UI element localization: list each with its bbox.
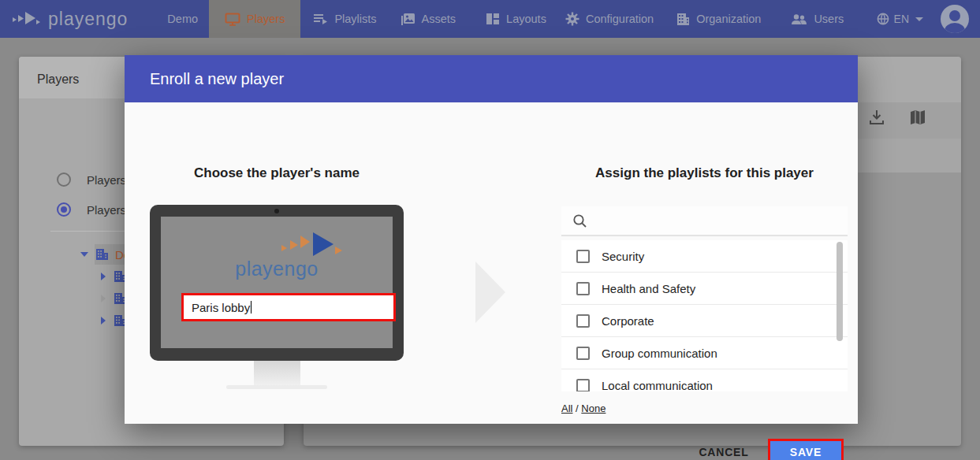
players-panel-title: Players: [37, 72, 79, 87]
org-node-icon: [95, 248, 109, 261]
monitor-screen: playengo Paris lobby: [161, 217, 393, 348]
arrow-right-graphic: [475, 262, 505, 323]
nav-item-label: Playlists: [334, 13, 376, 25]
nav-item-users[interactable]: Users: [791, 0, 844, 38]
playengo-logo-icon: [13, 9, 41, 28]
text-cursor: [251, 301, 252, 313]
dialog-title: Enroll a new player: [150, 70, 284, 88]
playlist-icon: [313, 13, 328, 25]
dialog-header: Enroll a new player: [125, 55, 858, 102]
language-selector[interactable]: EN: [877, 0, 923, 38]
select-separator: /: [576, 402, 579, 414]
users-icon: [791, 13, 807, 25]
nav-item-configuration[interactable]: Configuration: [565, 0, 654, 38]
assets-icon: [401, 13, 415, 26]
playlist-item[interactable]: Security: [561, 240, 848, 273]
map-icon[interactable]: [909, 109, 926, 126]
playlist-item[interactable]: Local communication: [561, 369, 848, 391]
playlist-label: Health and Safety: [602, 282, 695, 295]
gear-icon: [565, 12, 579, 26]
monitor-stand: [254, 361, 300, 385]
nav-item-label: Layouts: [506, 13, 546, 25]
playlist-item[interactable]: Corporate: [561, 305, 848, 337]
app-logo-text: playengo: [48, 9, 128, 30]
language-label: EN: [894, 13, 909, 25]
playlist-label: Group communication: [602, 347, 717, 360]
tree-expand-icon[interactable]: [80, 252, 88, 257]
app-logo[interactable]: playengo: [13, 9, 128, 30]
tree-collapse-icon[interactable]: [101, 295, 106, 302]
player-name-value: Paris lobby: [192, 301, 250, 314]
playlist-label: Security: [602, 250, 644, 263]
device-logo: playengo: [161, 232, 393, 280]
tree-collapse-icon[interactable]: [101, 273, 106, 280]
monitor-illustration: playengo Paris lobby: [150, 205, 404, 361]
user-avatar[interactable]: [941, 5, 969, 33]
playlist-label: Local communication: [602, 379, 713, 392]
globe-icon: [877, 13, 889, 25]
device-logo-text: playengo: [161, 258, 393, 280]
checkbox[interactable]: [576, 250, 590, 263]
avatar-head: [949, 10, 960, 21]
radio-icon-selected[interactable]: [57, 202, 71, 217]
nav-item-label: Users: [814, 13, 844, 25]
playlist-item[interactable]: Health and Safety: [561, 273, 848, 305]
monitor-base: [226, 385, 327, 389]
playlists-section-heading: Assign the playlists for this player: [561, 165, 848, 181]
select-none-link[interactable]: None: [581, 402, 606, 414]
player-name-input[interactable]: Paris lobby: [181, 293, 396, 321]
search-icon: [572, 213, 587, 228]
save-button[interactable]: SAVE: [768, 439, 844, 460]
chevron-down-icon: [915, 17, 923, 21]
nav-item-playlists[interactable]: Playlists: [313, 0, 376, 38]
nav-item-layouts[interactable]: Layouts: [486, 0, 546, 38]
select-all-none: All / None: [561, 402, 606, 414]
top-nav: playengo Demo Players Playlists: [0, 0, 980, 38]
nav-item-assets[interactable]: Assets: [401, 0, 456, 38]
playlist-item[interactable]: Group communication: [561, 337, 848, 369]
name-section-heading: Choose the player's name: [150, 165, 404, 181]
avatar-shoulders: [945, 23, 965, 33]
nav-item-demo[interactable]: Demo: [167, 0, 198, 38]
select-all-link[interactable]: All: [561, 402, 572, 414]
cancel-button[interactable]: CANCEL: [680, 441, 767, 460]
download-icon[interactable]: [868, 109, 885, 126]
enroll-player-dialog: Enroll a new player Choose the player's …: [125, 55, 858, 424]
nav-item-label: Players: [247, 13, 285, 25]
playlist-search-input[interactable]: [561, 206, 848, 236]
checkbox[interactable]: [576, 282, 590, 295]
nav-item-label: Organization: [696, 13, 761, 25]
monitor-icon: [225, 13, 240, 26]
scrollbar-thumb[interactable]: [837, 242, 843, 341]
nav-item-label: Demo: [167, 13, 198, 25]
camera-dot: [274, 209, 279, 213]
nav-item-organization[interactable]: Organization: [676, 0, 761, 38]
checkbox[interactable]: [576, 379, 590, 392]
checkbox[interactable]: [576, 347, 590, 360]
dialog-body: Choose the player's name playengo Paris …: [125, 102, 858, 424]
radio-icon[interactable]: [57, 172, 71, 187]
building-icon: [676, 13, 690, 26]
playlist-label: Corporate: [602, 314, 654, 328]
playlist-list: Security Health and Safety Corporate Gro…: [561, 240, 848, 391]
playengo-logo-icon: [281, 232, 349, 259]
nav-item-players[interactable]: Players: [209, 0, 300, 38]
tree-collapse-icon[interactable]: [101, 317, 106, 325]
checkbox[interactable]: [576, 314, 590, 328]
nav-item-label: Configuration: [586, 13, 654, 25]
nav-item-label: Assets: [422, 13, 456, 25]
layouts-icon: [486, 13, 500, 25]
